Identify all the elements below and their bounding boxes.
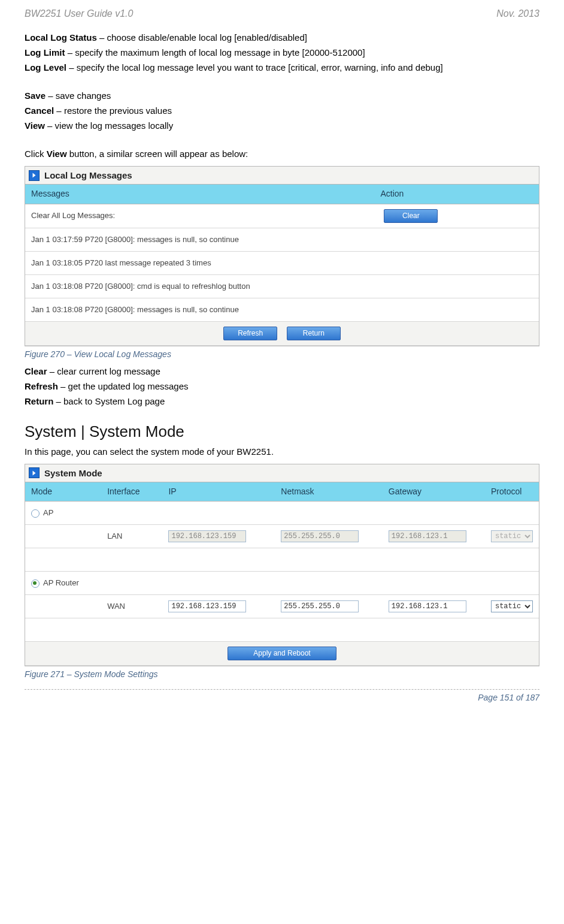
radio-ap-router-label: AP Router: [43, 578, 79, 587]
clear-button[interactable]: Clear: [384, 209, 438, 223]
log-row: Jan 1 03:17:59 P720 [G8000]: messages is…: [25, 228, 539, 251]
mode-action-row: Apply and Reboot: [25, 642, 539, 666]
lan-row: LAN static: [25, 525, 539, 548]
figure-270-caption: Figure 270 – View Local Log Messages: [25, 349, 539, 361]
col-netmask: Netmask: [275, 482, 383, 502]
iface-wan-label: WAN: [101, 595, 162, 618]
mode-ap-row: AP: [25, 502, 539, 525]
col-mode: Mode: [25, 482, 101, 502]
def-return: Return – back to System Log page: [25, 395, 539, 407]
spacer-row: [25, 548, 539, 572]
spacer-row: [25, 618, 539, 642]
wan-row: WAN static: [25, 595, 539, 618]
click-view-sentence: Click View button, a similar screen will…: [25, 147, 539, 160]
col-interface: Interface: [101, 482, 162, 502]
panel-title: Local Log Messages: [44, 169, 132, 182]
def-log-level: Log Level – specify the local log messag…: [25, 61, 539, 74]
doc-header-right: Nov. 2013: [496, 7, 539, 20]
lan-proto-select: static: [491, 530, 533, 542]
log-action-row: Refresh Return: [25, 321, 539, 345]
wan-gateway-input[interactable]: [389, 600, 466, 612]
panel-collapse-icon: [29, 170, 40, 181]
system-mode-panel: System Mode Mode Interface IP Netmask Ga…: [25, 464, 539, 666]
radio-ap[interactable]: [31, 509, 40, 518]
panel-title-row: System Mode: [25, 464, 539, 482]
log-row: Jan 1 03:18:08 P720 [G8000]: messages is…: [25, 298, 539, 321]
term-log-limit: Log Limit: [25, 47, 65, 58]
apply-reboot-button[interactable]: Apply and Reboot: [228, 647, 336, 660]
doc-header-left: BW2251 User Guide v1.0: [25, 7, 133, 20]
doc-header: BW2251 User Guide v1.0 Nov. 2013: [25, 7, 539, 20]
iface-lan-label: LAN: [101, 525, 162, 548]
panel-title: System Mode: [44, 467, 102, 479]
wan-proto-select[interactable]: static: [491, 600, 533, 612]
page-footer: Page 151 of 187: [25, 692, 539, 704]
term-local-log-status: Local Log Status: [25, 32, 97, 43]
lan-gateway-input: [389, 530, 466, 542]
term-save: Save: [25, 90, 46, 101]
col-protocol: Protocol: [485, 482, 539, 502]
local-log-panel: Local Log Messages Messages Action Clear…: [25, 166, 539, 346]
col-ip: IP: [162, 482, 275, 502]
log-table: Messages Action Clear All Log Messages: …: [25, 185, 539, 345]
footer-divider: [25, 689, 539, 690]
lan-ip-input: [168, 530, 246, 542]
system-mode-table: Mode Interface IP Netmask Gateway Protoc…: [25, 482, 539, 666]
section-intro: In this page, you can select the system …: [25, 445, 539, 458]
clear-all-label: Clear All Log Messages:: [25, 204, 374, 228]
log-row: Jan 1 03:18:08 P720 [G8000]: cmd is equa…: [25, 274, 539, 298]
def-refresh: Refresh – get the updated log messages: [25, 380, 539, 392]
def-save: Save – save changes: [25, 89, 539, 102]
def-cancel: Cancel – restore the previous values: [25, 104, 539, 117]
radio-ap-label: AP: [43, 508, 53, 517]
log-row: Jan 1 03:18:05 P720 last message repeate…: [25, 251, 539, 274]
term-view: View: [25, 120, 45, 131]
term-refresh: Refresh: [25, 381, 58, 391]
wan-netmask-input[interactable]: [281, 600, 359, 612]
wan-ip-input[interactable]: [168, 600, 246, 612]
term-cancel: Cancel: [25, 105, 54, 116]
def-local-log-status: Local Log Status – choose disable/enable…: [25, 31, 539, 44]
col-gateway: Gateway: [383, 482, 485, 502]
def-view: View – view the log messages locally: [25, 119, 539, 132]
figure-271-caption: Figure 271 – System Mode Settings: [25, 669, 539, 681]
term-clear: Clear: [25, 366, 47, 376]
def-log-limit: Log Limit – specify the maximum length o…: [25, 46, 539, 59]
panel-collapse-icon: [29, 467, 40, 478]
section-heading-system-mode: System | System Mode: [25, 421, 539, 442]
col-action: Action: [374, 185, 539, 204]
col-messages: Messages: [25, 185, 374, 204]
mode-aprouter-row: AP Router: [25, 572, 539, 595]
return-button[interactable]: Return: [287, 327, 341, 340]
def-clear: Clear – clear current log message: [25, 365, 539, 378]
term-return: Return: [25, 396, 53, 406]
radio-ap-router[interactable]: [31, 579, 40, 588]
clear-all-row: Clear All Log Messages: Clear: [25, 204, 539, 228]
panel-title-row: Local Log Messages: [25, 167, 539, 185]
lan-netmask-input: [281, 530, 359, 542]
term-log-level: Log Level: [25, 62, 66, 73]
refresh-button[interactable]: Refresh: [223, 327, 277, 340]
